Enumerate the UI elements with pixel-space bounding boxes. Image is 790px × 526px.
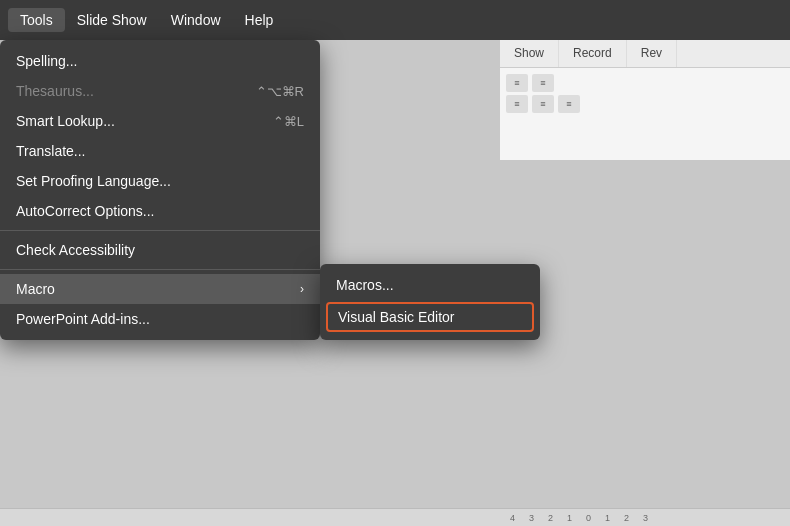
- menu-item-label: Translate...: [16, 143, 86, 159]
- ruler: 4 3 2 1 0 1 2 3: [0, 508, 790, 526]
- menu-help[interactable]: Help: [233, 8, 286, 32]
- menu-tools[interactable]: Tools: [8, 8, 65, 32]
- submenu-item-vbe[interactable]: Visual Basic Editor: [326, 302, 534, 332]
- menu-item-label: Set Proofing Language...: [16, 173, 171, 189]
- menu-item-smart-lookup[interactable]: Smart Lookup... ⌃⌘L: [0, 106, 320, 136]
- menu-item-label: Thesaurus...: [16, 83, 94, 99]
- submenu-arrow-icon: ›: [300, 282, 304, 296]
- menu-item-macro[interactable]: Macro ›: [0, 274, 320, 304]
- toolbar-tabs-row: Show Record Rev: [500, 40, 790, 68]
- menu-item-label: Spelling...: [16, 53, 77, 69]
- toolbar-icons-area: ≡ ≡ ≡ ≡ ≡: [500, 68, 790, 119]
- text-format-group: ≡ ≡ ≡ ≡ ≡: [506, 74, 580, 113]
- separator-2: [0, 269, 320, 270]
- menu-item-label: Smart Lookup...: [16, 113, 115, 129]
- ruler-tick: 2: [548, 513, 553, 523]
- submenu-item-label: Macros...: [336, 277, 394, 293]
- ruler-tick: 2: [624, 513, 629, 523]
- menu-item-thesaurus: Thesaurus... ⌃⌥⌘R: [0, 76, 320, 106]
- align-icon-2[interactable]: ≡: [532, 95, 554, 113]
- list-icon-1[interactable]: ≡: [506, 74, 528, 92]
- menu-item-accessibility[interactable]: Check Accessibility: [0, 235, 320, 265]
- macro-submenu: Macros... Visual Basic Editor: [320, 264, 540, 340]
- menu-window[interactable]: Window: [159, 8, 233, 32]
- menu-item-label: PowerPoint Add-ins...: [16, 311, 150, 327]
- menu-item-label: Macro: [16, 281, 55, 297]
- dropdown-overlay: Spelling... Thesaurus... ⌃⌥⌘R Smart Look…: [0, 40, 320, 340]
- submenu-item-label: Visual Basic Editor: [338, 309, 454, 325]
- ruler-tick: 4: [510, 513, 515, 523]
- ruler-tick: 1: [567, 513, 572, 523]
- tab-review[interactable]: Rev: [627, 40, 677, 67]
- ruler-tick: 3: [643, 513, 648, 523]
- menubar: Tools Slide Show Window Help: [0, 0, 790, 40]
- ruler-tick: 0: [586, 513, 591, 523]
- list-icon-2[interactable]: ≡: [532, 74, 554, 92]
- menu-item-shortcut: ⌃⌘L: [273, 114, 304, 129]
- toolbar-right-panel: Show Record Rev ≡ ≡ ≡ ≡ ≡: [500, 40, 790, 160]
- ruler-tick: 1: [605, 513, 610, 523]
- align-icon-3[interactable]: ≡: [558, 95, 580, 113]
- menu-item-label: Check Accessibility: [16, 242, 135, 258]
- menu-item-proofing-language[interactable]: Set Proofing Language...: [0, 166, 320, 196]
- submenu-item-macros[interactable]: Macros...: [320, 270, 540, 300]
- menu-item-addins[interactable]: PowerPoint Add-ins...: [0, 304, 320, 334]
- menu-item-label: AutoCorrect Options...: [16, 203, 155, 219]
- icon-row-2: ≡ ≡ ≡: [506, 95, 580, 113]
- menu-item-spelling[interactable]: Spelling...: [0, 46, 320, 76]
- icon-row-1: ≡ ≡: [506, 74, 580, 92]
- menu-item-shortcut: ⌃⌥⌘R: [256, 84, 304, 99]
- tools-dropdown-menu: Spelling... Thesaurus... ⌃⌥⌘R Smart Look…: [0, 40, 320, 340]
- menu-slideshow[interactable]: Slide Show: [65, 8, 159, 32]
- ruler-ticks: 4 3 2 1 0 1 2 3: [0, 513, 790, 523]
- tab-show[interactable]: Show: [500, 40, 559, 67]
- align-icon-1[interactable]: ≡: [506, 95, 528, 113]
- menu-item-translate[interactable]: Translate...: [0, 136, 320, 166]
- tab-record[interactable]: Record: [559, 40, 627, 67]
- separator-1: [0, 230, 320, 231]
- ruler-tick: 3: [529, 513, 534, 523]
- menu-item-autocorrect[interactable]: AutoCorrect Options...: [0, 196, 320, 226]
